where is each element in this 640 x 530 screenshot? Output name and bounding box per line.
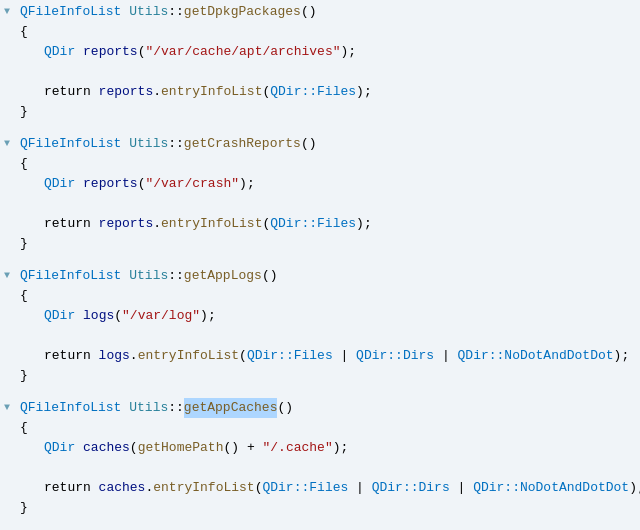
- body-line-3-2: return logs.entryInfoList(QDir::Files | …: [0, 346, 640, 366]
- fn-getDpkgPackages: getDpkgPackages: [184, 2, 301, 22]
- open-brace-4: {: [0, 418, 640, 438]
- function-signature-4: QFileInfoList Utils::getAppCaches(): [0, 398, 640, 418]
- code-container: QFileInfoList Utils::getDpkgPackages() {…: [0, 0, 640, 530]
- empty-1: [0, 62, 640, 82]
- body-line-1-1: QDir reports("/var/cache/apt/archives");: [0, 42, 640, 62]
- close-brace-4: }: [0, 498, 640, 518]
- close-brace-1: }: [0, 102, 640, 122]
- function-signature-2: QFileInfoList Utils::getCrashReports(): [0, 134, 640, 154]
- body-line-1-2: return reports.entryInfoList(QDir::Files…: [0, 82, 640, 102]
- function-signature-1: QFileInfoList Utils::getDpkgPackages(): [0, 2, 640, 22]
- body-line-4-2: return caches.entryInfoList(QDir::Files …: [0, 478, 640, 498]
- body-line-3-1: QDir logs("/var/log");: [0, 306, 640, 326]
- fn-getAppCaches-highlighted: getAppCaches: [184, 398, 278, 418]
- collapse-arrow-1[interactable]: [4, 2, 16, 22]
- empty-2: [0, 194, 640, 214]
- body-line-2-2: return reports.entryInfoList(QDir::Files…: [0, 214, 640, 234]
- open-brace-1: {: [0, 22, 640, 42]
- collapse-arrow-2[interactable]: [4, 134, 16, 154]
- function-getAppLogs: QFileInfoList Utils::getAppLogs() { QDir…: [0, 264, 640, 388]
- collapse-arrow-4[interactable]: [4, 398, 16, 418]
- function-getDpkgPackages: QFileInfoList Utils::getDpkgPackages() {…: [0, 0, 640, 124]
- body-line-2-1: QDir reports("/var/crash");: [0, 174, 640, 194]
- function-getCrashReports: QFileInfoList Utils::getCrashReports() {…: [0, 132, 640, 256]
- open-brace-2: {: [0, 154, 640, 174]
- namespace-1: Utils: [129, 2, 168, 22]
- function-signature-3: QFileInfoList Utils::getAppLogs(): [0, 266, 640, 286]
- return-type-1: QFileInfoList: [20, 2, 121, 22]
- function-getAppCaches: QFileInfoList Utils::getAppCaches() { QD…: [0, 396, 640, 520]
- open-brace-3: {: [0, 286, 640, 306]
- close-brace-2: }: [0, 234, 640, 254]
- body-line-4-1: QDir caches(getHomePath() + "/.cache");: [0, 438, 640, 458]
- empty-3: [0, 326, 640, 346]
- empty-4: [0, 458, 640, 478]
- close-brace-3: }: [0, 366, 640, 386]
- collapse-arrow-3[interactable]: [4, 266, 16, 286]
